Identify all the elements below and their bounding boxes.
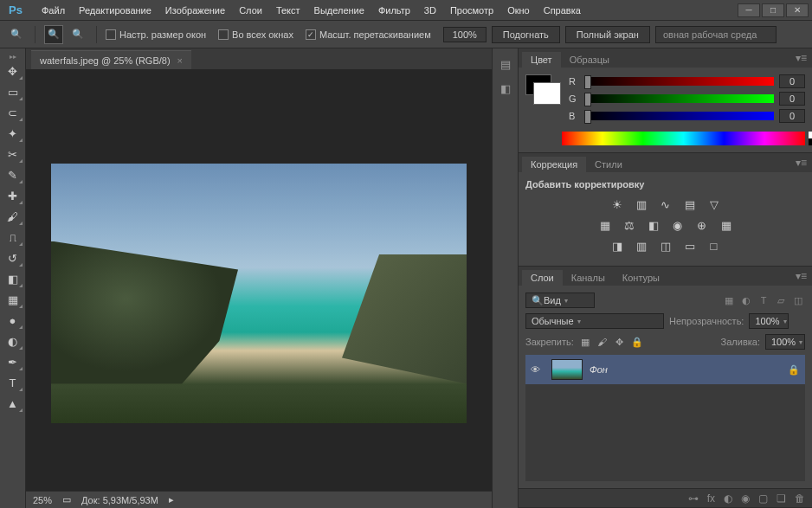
toolbar-collapse-icon[interactable]: ▸▸	[0, 52, 25, 61]
color-panel-menu-icon[interactable]: ▾≡	[796, 52, 807, 64]
zoom-percent-input[interactable]	[443, 27, 487, 42]
adj-vibrance-icon[interactable]: ▽	[706, 196, 723, 212]
delete-layer-icon[interactable]: 🗑	[795, 492, 805, 505]
opacity-input[interactable]: 100%	[749, 313, 789, 329]
status-doc-info[interactable]: Док: 5,93M/5,93M	[81, 495, 158, 505]
document-tab[interactable]: waterfals.jpeg @ 25% (RGB/8) ×	[31, 50, 191, 69]
menu-help[interactable]: Справка	[537, 2, 588, 19]
stamp-tool[interactable]: ⎍	[3, 228, 23, 247]
menu-text[interactable]: Текст	[269, 2, 307, 19]
adj-balance-icon[interactable]: ⚖	[621, 217, 638, 233]
lasso-tool[interactable]: ⊂	[3, 103, 23, 122]
menu-edit[interactable]: Редактирование	[72, 2, 158, 19]
adj-exposure-icon[interactable]: ▤	[681, 196, 699, 212]
layer-name[interactable]: Фон	[590, 364, 608, 375]
filter-smart-icon[interactable]: ◫	[791, 293, 805, 307]
history-brush-tool[interactable]: ↺	[3, 248, 23, 267]
adjustments-panel-menu-icon[interactable]: ▾≡	[796, 157, 807, 169]
new-layer-icon[interactable]: ❏	[777, 492, 786, 505]
input-b[interactable]	[779, 109, 805, 123]
layer-thumbnail[interactable]	[551, 359, 583, 380]
pen-tool[interactable]: ✒	[3, 352, 23, 371]
zoom-out-icon[interactable]: 🔍	[68, 25, 87, 44]
blur-tool[interactable]: ●	[3, 311, 23, 330]
maximize-button[interactable]: □	[762, 3, 784, 17]
resize-windows-checkbox[interactable]: Настр. размер окон	[106, 29, 206, 40]
menu-window[interactable]: Окно	[500, 2, 537, 19]
type-tool[interactable]: T	[3, 373, 23, 392]
gradient-tool[interactable]: ▦	[3, 290, 23, 309]
color-spectrum[interactable]	[562, 132, 805, 145]
tab-styles[interactable]: Стили	[586, 157, 631, 172]
adj-levels-icon[interactable]: ▥	[633, 196, 650, 212]
new-group-icon[interactable]: ▢	[758, 492, 768, 505]
input-r[interactable]	[779, 74, 805, 88]
menu-select[interactable]: Выделение	[307, 2, 371, 19]
foreground-background-swatch[interactable]	[525, 74, 551, 95]
adj-mixer-icon[interactable]: ⊕	[693, 217, 711, 233]
status-preview-icon[interactable]: ▭	[62, 494, 71, 505]
zoom-in-icon[interactable]: 🔍	[44, 25, 63, 44]
marquee-tool[interactable]: ▭	[3, 82, 23, 101]
status-arrow-icon[interactable]: ▸	[169, 494, 174, 505]
tab-adjustments[interactable]: Коррекция	[522, 157, 586, 172]
path-select-tool[interactable]: ▲	[3, 394, 23, 413]
minimize-button[interactable]: ─	[738, 3, 760, 17]
adj-bw-icon[interactable]: ◧	[645, 217, 662, 233]
adj-gradient-map-icon[interactable]: ▭	[681, 238, 699, 254]
tab-swatches[interactable]: Образцы	[561, 52, 618, 68]
tab-layers[interactable]: Слои	[522, 270, 563, 286]
layer-item[interactable]: 👁 Фон 🔒	[525, 355, 805, 384]
filter-adjustment-icon[interactable]: ◐	[739, 293, 753, 307]
adj-posterize-icon[interactable]: ▥	[633, 238, 650, 254]
layer-locked-icon[interactable]: 🔒	[788, 364, 800, 376]
all-windows-checkbox[interactable]: Во всех окнах	[218, 29, 293, 40]
link-layers-icon[interactable]: ⊶	[688, 492, 699, 505]
close-button[interactable]: ✕	[786, 3, 809, 17]
crop-tool[interactable]: ✂	[3, 145, 23, 164]
layer-visibility-icon[interactable]: 👁	[531, 364, 545, 375]
adj-curves-icon[interactable]: ∿	[657, 196, 674, 212]
tab-color[interactable]: Цвет	[522, 52, 561, 68]
new-adjustment-icon[interactable]: ◉	[741, 492, 750, 505]
layer-fx-icon[interactable]: fx	[707, 492, 715, 505]
slider-b[interactable]	[584, 112, 774, 120]
history-panel-icon[interactable]: ▤	[497, 55, 514, 73]
menu-3d[interactable]: 3D	[417, 2, 443, 19]
fit-button[interactable]: Подогнать	[492, 26, 560, 43]
tab-paths[interactable]: Контуры	[614, 270, 668, 286]
slider-r[interactable]	[584, 77, 774, 86]
healing-tool[interactable]: ✚	[3, 186, 23, 205]
layers-panel-menu-icon[interactable]: ▾≡	[796, 270, 807, 282]
adj-lookup-icon[interactable]: ▦	[718, 217, 735, 233]
properties-panel-icon[interactable]: ◧	[497, 80, 514, 97]
adj-brightness-icon[interactable]: ☀	[609, 196, 626, 212]
close-tab-icon[interactable]: ×	[177, 55, 183, 66]
slider-g[interactable]	[584, 94, 774, 103]
menu-file[interactable]: Файл	[35, 2, 72, 19]
blend-mode-dropdown[interactable]: Обычные	[525, 313, 664, 329]
fill-input[interactable]: 100%	[765, 334, 805, 350]
eyedropper-tool[interactable]: ✎	[3, 165, 23, 184]
adj-invert-icon[interactable]: ◨	[609, 238, 626, 254]
eraser-tool[interactable]: ◧	[3, 269, 23, 288]
lock-all-icon[interactable]: 🔒	[631, 336, 643, 348]
magic-wand-tool[interactable]: ✦	[3, 124, 23, 143]
layer-filter-kind-dropdown[interactable]: 🔍 Вид	[525, 293, 595, 308]
zoom-tool-icon[interactable]: 🔍	[7, 25, 26, 44]
input-g[interactable]	[779, 92, 805, 106]
adj-hue-icon[interactable]: ▦	[596, 217, 614, 233]
scrubby-zoom-checkbox[interactable]: ✓Масшт. перетаскиванием	[306, 29, 431, 40]
layer-mask-icon[interactable]: ◐	[724, 492, 732, 505]
tab-channels[interactable]: Каналы	[563, 270, 614, 286]
lock-pixels-icon[interactable]: 🖌	[596, 336, 609, 348]
brush-tool[interactable]: 🖌	[3, 207, 23, 226]
menu-view[interactable]: Просмотр	[443, 2, 500, 19]
canvas[interactable]	[26, 69, 492, 491]
filter-pixel-icon[interactable]: ▦	[722, 293, 736, 307]
adj-selective-icon[interactable]: □	[706, 238, 723, 254]
menu-layers[interactable]: Слои	[232, 2, 269, 19]
filter-shape-icon[interactable]: ▱	[774, 293, 788, 307]
status-zoom[interactable]: 25%	[33, 495, 52, 505]
lock-position-icon[interactable]: ✥	[614, 336, 626, 348]
